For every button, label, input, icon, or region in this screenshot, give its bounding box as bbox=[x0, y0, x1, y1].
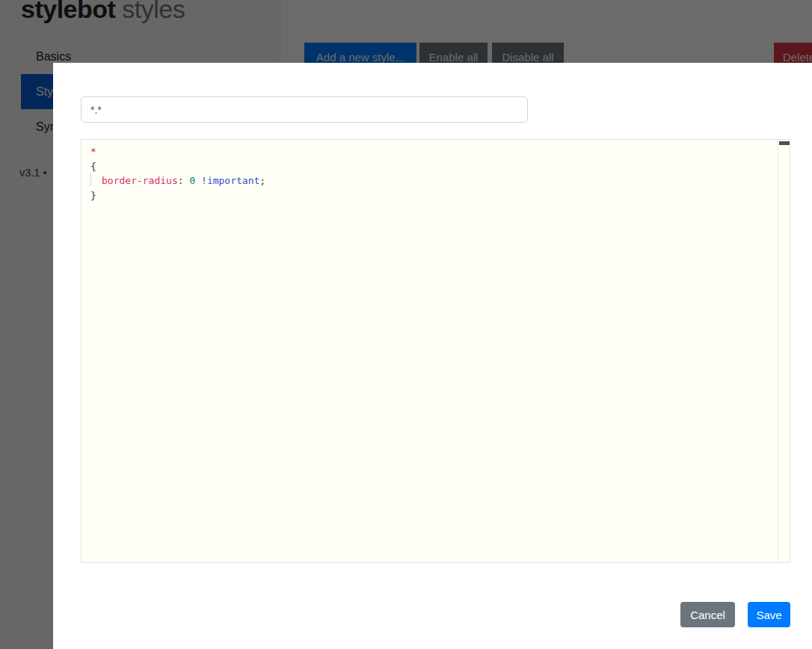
stylebot-options-window: stylebot styles Basics Styles Sync v3.1 … bbox=[0, 0, 812, 649]
save-button[interactable]: Save bbox=[748, 602, 790, 627]
css-code-editor[interactable]: *{border-radius: 0 !important;} bbox=[81, 139, 790, 563]
code-lines[interactable]: *{border-radius: 0 !important;} bbox=[81, 140, 777, 562]
indent-guide bbox=[90, 173, 102, 186]
style-url-input[interactable] bbox=[81, 96, 528, 123]
edit-style-dialog: *{border-radius: 0 !important;} Cancel S… bbox=[53, 63, 812, 649]
cancel-button[interactable]: Cancel bbox=[680, 602, 735, 627]
scrollbar-thumb[interactable] bbox=[779, 141, 790, 145]
editor-scrollbar[interactable] bbox=[778, 140, 790, 562]
